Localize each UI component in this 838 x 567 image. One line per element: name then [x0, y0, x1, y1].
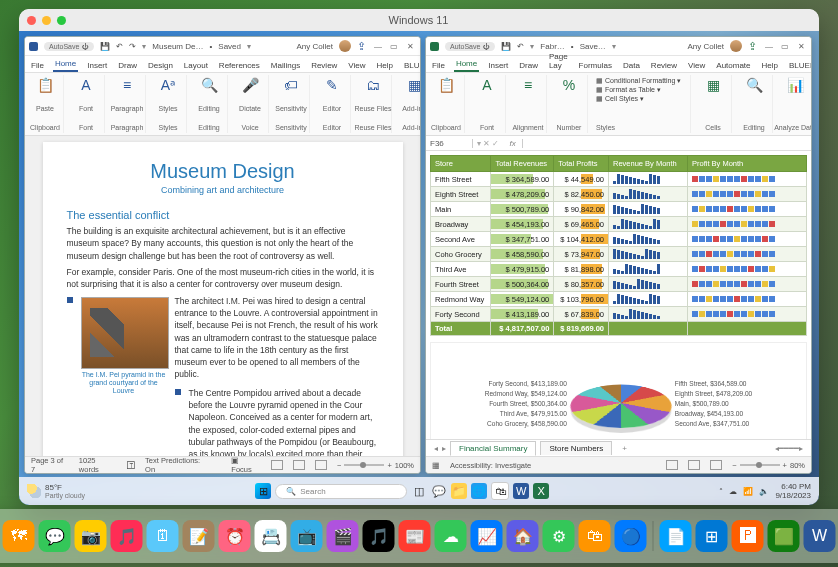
avatar-icon[interactable] [339, 40, 351, 52]
tab-file[interactable]: File [430, 59, 447, 72]
dock-app-icon[interactable]: 📷 [75, 520, 107, 552]
qat-redo-icon[interactable]: ↷ [129, 42, 136, 51]
dock-app-icon[interactable]: 📈 [471, 520, 503, 552]
dock-app-icon[interactable]: 🅿︎ [732, 520, 764, 552]
tab-help[interactable]: Help [375, 59, 395, 72]
close-icon[interactable] [27, 16, 36, 25]
word-document-area[interactable]: Museum Design Combining art and architec… [25, 136, 420, 456]
dock-app-icon[interactable]: W [804, 520, 836, 552]
table-row[interactable]: Fifth Street$ 364,589.00$ 44,549.00 [431, 172, 807, 187]
maximize-button[interactable]: ▭ [388, 42, 400, 51]
dock-app-icon[interactable]: 📰 [399, 520, 431, 552]
maximize-button[interactable]: ▭ [779, 42, 791, 51]
dock-app-icon[interactable]: 🗓 [147, 520, 179, 552]
word-doc-name[interactable]: Museum De… [152, 42, 203, 51]
autosave-toggle[interactable]: AutoSave ⏻ [44, 42, 94, 51]
tab-formulas[interactable]: Formulas [577, 59, 614, 72]
taskbar-weather[interactable]: 85°FPartly cloudy [27, 483, 85, 499]
format-table-button[interactable]: ▦ Format as Table ▾ [596, 86, 681, 94]
ribbon-clipboard[interactable]: 📋Clipboard [428, 75, 465, 133]
dock-app-icon[interactable]: 📇 [255, 520, 287, 552]
tab-home[interactable]: Home [53, 57, 78, 72]
zoom-slider[interactable]: −+100% [337, 461, 414, 470]
ribbon-styles[interactable]: ▦ Conditional Formatting ▾ ▦ Format as T… [592, 75, 691, 133]
dock-app-icon[interactable]: 📝 [183, 520, 215, 552]
wifi-icon[interactable]: 📶 [743, 487, 753, 496]
ribbon-editing[interactable]: 🔍Editing [736, 75, 773, 133]
system-tray[interactable]: ˄ ☁ 📶 🔈 6:40 PM9/18/2023 [719, 482, 811, 500]
ribbon-paragraph[interactable]: ≡ParagraphParagraph [109, 75, 146, 133]
cell-styles-button[interactable]: ▦ Cell Styles ▾ [596, 95, 681, 103]
ribbon-styles[interactable]: AᵃStylesStyles [150, 75, 187, 133]
view-read-icon[interactable] [293, 460, 305, 470]
excel-taskbar-icon[interactable]: X [533, 483, 549, 499]
table-header[interactable]: Profit By Month [688, 156, 807, 172]
table-row[interactable]: Redmond Way$ 549,124.00$ 103,796.00 [431, 292, 807, 307]
tab-layout[interactable]: Layout [182, 59, 210, 72]
close-button[interactable]: ✕ [795, 42, 807, 51]
ribbon-clipboard[interactable]: 📋PasteClipboard [27, 75, 64, 133]
tab-insert[interactable]: Insert [85, 59, 109, 72]
ribbon-sensitivity[interactable]: 🏷SensitivitySensitivity [273, 75, 310, 133]
dock-app-icon[interactable]: 📄 [660, 520, 692, 552]
cond-format-button[interactable]: ▦ Conditional Formatting ▾ [596, 77, 681, 85]
table-row[interactable]: Third Ave$ 479,915.00$ 81,898.00 [431, 262, 807, 277]
table-row[interactable]: Coho Grocery$ 458,590.00$ 73,947.00 [431, 247, 807, 262]
table-row[interactable]: Forty Second$ 413,189.00$ 67,839.00 [431, 307, 807, 322]
autosave-toggle[interactable]: AutoSave ⏻ [445, 42, 495, 51]
volume-icon[interactable]: 🔈 [759, 487, 769, 496]
minimize-button[interactable]: — [763, 42, 775, 51]
status-page[interactable]: Page 3 of 7 [31, 456, 69, 474]
sheet-nav-prev-icon[interactable]: ◂ [434, 444, 438, 453]
tab-draw[interactable]: Draw [517, 59, 540, 72]
tab-automate[interactable]: Automate [714, 59, 752, 72]
qat-save-icon[interactable]: 💾 [501, 42, 511, 51]
qat-save-icon[interactable]: 💾 [100, 42, 110, 51]
dock-app-icon[interactable]: ⚙︎ [543, 520, 575, 552]
tab-review[interactable]: Review [649, 59, 679, 72]
table-header[interactable]: Revenue By Month [609, 156, 688, 172]
table-row[interactable]: Fourth Street$ 500,364.00$ 80,357.00 [431, 277, 807, 292]
table-header[interactable]: Total Revenues [491, 156, 554, 172]
dock-app-icon[interactable]: 🏠 [507, 520, 539, 552]
sheet-nav-next-icon[interactable]: ▸ [442, 444, 446, 453]
ribbon-addins[interactable]: ▦Add-insAdd-ins [396, 75, 420, 133]
tab-bluebeam[interactable]: BLUEBEAM [402, 59, 421, 72]
tab-bluebeam[interactable]: BLUEBEA [787, 59, 812, 72]
tab-home[interactable]: Home [454, 57, 479, 72]
ribbon-analyze[interactable]: 📊Analyze Data [777, 75, 811, 133]
taskbar-search[interactable]: 🔍Search [275, 484, 407, 499]
traffic-lights[interactable] [27, 16, 66, 25]
ribbon-editing[interactable]: 🔍EditingEditing [191, 75, 228, 133]
qat-undo-icon[interactable]: ↶ [517, 42, 524, 51]
tab-help[interactable]: Help [760, 59, 780, 72]
status-words[interactable]: 1025 words [79, 456, 117, 474]
edge-icon[interactable]: 🌐 [471, 483, 487, 499]
avatar-icon[interactable] [730, 40, 742, 52]
taskview-icon[interactable]: ◫ [411, 483, 427, 499]
ribbon-alignment[interactable]: ≡Alignment [510, 75, 547, 133]
excel-user-name[interactable]: Any Collet [688, 42, 724, 51]
tab-view[interactable]: View [686, 59, 707, 72]
dock-app-icon[interactable]: ⏰ [219, 520, 251, 552]
dock-app-icon[interactable]: 🔵 [615, 520, 647, 552]
tab-design[interactable]: Design [146, 59, 175, 72]
tab-data[interactable]: Data [621, 59, 642, 72]
view-break-icon[interactable] [710, 460, 722, 470]
table-header[interactable]: Total Profits [554, 156, 609, 172]
ribbon-font[interactable]: AFont [469, 75, 506, 133]
dock-app-icon[interactable]: 🎬 [327, 520, 359, 552]
tab-file[interactable]: File [29, 59, 46, 72]
tray-chevron-icon[interactable]: ˄ [719, 487, 723, 496]
focus-button[interactable]: ▣ Focus [231, 456, 261, 474]
store-icon[interactable]: 🛍 [491, 482, 509, 500]
status-accessibility[interactable]: Accessibility: Investigate [450, 461, 531, 470]
view-normal-icon[interactable] [666, 460, 678, 470]
tab-insert[interactable]: Insert [486, 59, 510, 72]
add-sheet-button[interactable]: + [616, 444, 633, 453]
tab-draw[interactable]: Draw [116, 59, 139, 72]
dock-app-icon[interactable]: 🟩 [768, 520, 800, 552]
dock-app-icon[interactable]: 📺 [291, 520, 323, 552]
start-button[interactable]: ⊞ [255, 483, 271, 499]
dock-app-icon[interactable]: 💬 [39, 520, 71, 552]
